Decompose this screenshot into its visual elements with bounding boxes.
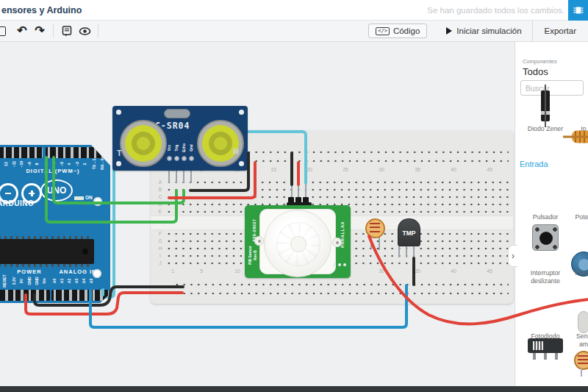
row-letter: J	[157, 260, 164, 266]
row-letter: F	[157, 231, 164, 236]
toolbar-separator	[53, 24, 54, 38]
row-letter: A	[157, 179, 164, 185]
digital-pin-label: ~9	[27, 162, 32, 166]
power-pin-label: RESET	[2, 274, 7, 287]
hcsr04-pin-label: Vcc	[168, 145, 171, 152]
digital-pin-label: 4	[67, 163, 71, 165]
on-led	[74, 196, 84, 200]
title-bar: ensores y Arduino Se han guardado todos …	[0, 0, 588, 21]
code-button[interactable]: </> Código	[368, 24, 427, 38]
eye-icon	[79, 26, 91, 36]
column-number: 5	[195, 268, 208, 274]
analog-pin-label: A2	[67, 279, 71, 284]
hcsr04-pin-label: Echo	[182, 143, 186, 152]
document-title: ensores y Arduino	[1, 5, 82, 15]
hcsr04-pin-pad	[189, 156, 194, 161]
hcsr04-pin-label: Trig	[175, 145, 179, 152]
hcsr04-pin-pad	[174, 156, 179, 161]
pir-name: PIR Sensor	[248, 246, 252, 265]
tmp-leg	[413, 245, 415, 257]
logo-minus	[5, 193, 11, 195]
analog-header[interactable]	[51, 290, 109, 301]
digital-pin-label: 8	[35, 163, 39, 165]
clipboard-icon-partial[interactable]	[0, 26, 6, 36]
bottom-bar	[0, 386, 588, 392]
analog-pin-label: A1	[60, 279, 64, 284]
circuits-brand-button[interactable]	[568, 0, 588, 21]
power-pin-label: 5V	[19, 279, 24, 283]
r-label: R	[233, 147, 239, 156]
pir-dome-lens	[264, 210, 331, 277]
row-letter: H	[157, 246, 164, 251]
code-button-label: Código	[393, 26, 420, 35]
pir-pad	[333, 263, 336, 266]
hcsr04-pin-pad	[182, 156, 187, 161]
redo-button[interactable]: ↷	[31, 23, 49, 39]
component-item-label: Sens am	[559, 332, 588, 348]
power-pin-label: Vin	[42, 278, 46, 284]
digital-header-right[interactable]	[46, 147, 108, 158]
save-status-text: Se han guardado todos los cambios.	[427, 6, 564, 15]
tmp-leg	[398, 245, 400, 257]
chip-icon	[573, 4, 584, 16]
row-letter: C	[157, 194, 164, 199]
component-item-fotorresistencia[interactable]	[574, 351, 588, 370]
digital-pin-label: 12	[4, 162, 8, 166]
notes-button[interactable]	[58, 23, 76, 39]
hcsr04-ultrasonic-sensor[interactable]: HC-SR04 T R VccTrigEchoGnd	[112, 106, 248, 171]
power-pin-label: GND	[35, 277, 39, 285]
code-icon: </>	[376, 27, 390, 35]
logo-plus	[31, 190, 33, 196]
row-letter: B	[157, 187, 164, 192]
tmp-temperature-sensor[interactable]: TMP	[398, 218, 420, 246]
analog-pin-label: A5	[89, 279, 93, 284]
components-panel: Componentes Todos Entrada Diodo ZenerInP…	[514, 42, 588, 387]
breadboard-bottom-rails[interactable]	[173, 280, 509, 298]
pir-rev: Rev B	[254, 250, 257, 260]
board-hole	[239, 161, 244, 166]
digital-pin-label: ~5	[60, 162, 64, 166]
pir-pad	[343, 263, 346, 266]
crystal-oscillator	[164, 109, 190, 118]
analog-pin-label: A0	[52, 279, 57, 284]
column-number: 10	[231, 268, 244, 274]
circuit-canvas[interactable]: ABCDEFGHIJ115510101515202025253030353540…	[0, 42, 588, 387]
column-number: 15	[267, 167, 280, 172]
hcsr04-pin-label: Gnd	[190, 144, 193, 152]
digital-pin-label: 2	[82, 163, 87, 165]
undo-button[interactable]: ↶	[13, 23, 31, 39]
digital-pin-label: ~11	[12, 161, 16, 168]
column-number: 25	[339, 167, 352, 172]
component-item-label: Poten	[559, 213, 588, 221]
start-simulation-label: Iniciar simulación	[456, 26, 521, 35]
export-label: Exportar	[545, 26, 576, 35]
on-label: ON	[85, 195, 93, 200]
pir-pad	[338, 263, 341, 266]
export-button[interactable]: Exportar	[532, 21, 588, 41]
column-number: 30	[375, 167, 388, 172]
start-simulation-button[interactable]: Iniciar simulación	[436, 21, 531, 41]
visibility-button[interactable]	[76, 23, 93, 39]
component-item-label: Fotorr	[559, 269, 588, 277]
component-item-pulsador[interactable]	[532, 224, 559, 251]
component-item-diodo-zener[interactable]	[541, 90, 550, 121]
digital-header-left[interactable]	[0, 147, 43, 158]
toolbar: ↶ ↷ </> Código Iniciar simulación Export…	[0, 21, 588, 42]
pir-screw	[332, 238, 342, 247]
component-item-interruptor-deslizante[interactable]	[528, 338, 563, 353]
column-number: 1	[166, 268, 179, 274]
panel-collapse-button[interactable]: ›	[508, 245, 517, 267]
row-letter: G	[157, 238, 164, 243]
pir-motion-sensor[interactable]: 555-28027 PIR Sensor Rev B PARALLAX	[245, 205, 351, 278]
digital-pin-label: ~3	[75, 162, 79, 166]
board-hole	[239, 110, 244, 115]
component-item-sensor-ambiente[interactable]	[578, 311, 588, 333]
row-letter: E	[157, 209, 164, 214]
column-number: 45	[483, 268, 496, 274]
column-number: 45	[483, 167, 496, 172]
pir-screw	[254, 236, 264, 246]
analog-pin-label: A4	[82, 279, 86, 284]
component-item-label: In	[559, 125, 588, 133]
power-pin-label: GND	[27, 277, 32, 285]
t-label: T	[117, 149, 122, 157]
